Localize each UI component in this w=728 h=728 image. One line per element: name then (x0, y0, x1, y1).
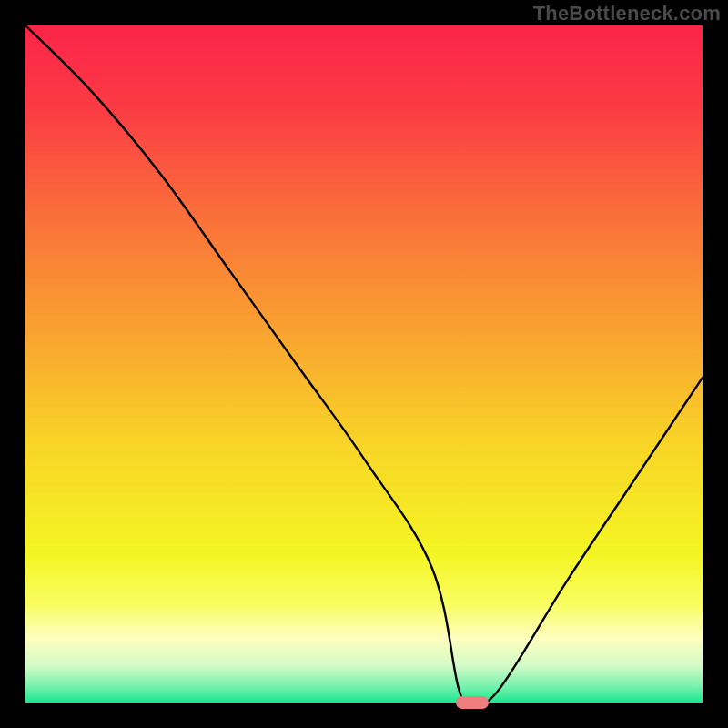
chart-frame: TheBottleneck.com (0, 0, 728, 728)
plot-area (25, 25, 703, 703)
bottleneck-curve (25, 25, 703, 703)
optimal-marker (456, 696, 489, 709)
attribution-label: TheBottleneck.com (533, 2, 721, 25)
